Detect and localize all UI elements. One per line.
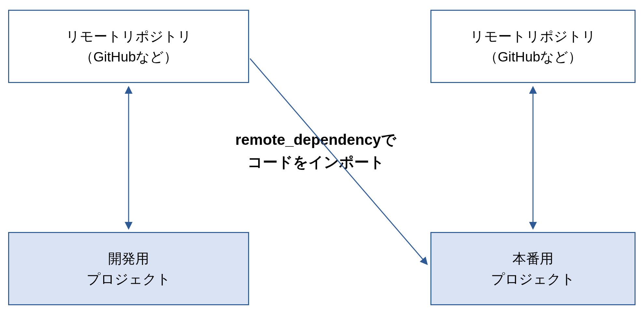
box-text-line1: リモートリポジトリ <box>66 26 191 47</box>
box-text-line1: リモートリポジトリ <box>470 26 596 47</box>
diagram-container: リモートリポジトリ （GitHubなど） リモートリポジトリ （GitHubなど… <box>0 0 644 328</box>
box-text-line2: プロジェクト <box>491 269 575 289</box>
box-remote-repo-left: リモートリポジトリ （GitHubなど） <box>8 10 249 83</box>
center-label-line2: コードをインポート <box>182 151 449 173</box>
box-dev-project: 開発用 プロジェクト <box>8 232 249 305</box>
box-text-line2: （GitHubなど） <box>80 47 178 67</box>
box-remote-repo-right: リモートリポジトリ （GitHubなど） <box>430 10 636 83</box>
box-text-line2: （GitHubなど） <box>484 47 582 67</box>
box-text-line1: 開発用 <box>108 248 149 269</box>
box-text-line2: プロジェクト <box>87 269 171 289</box>
center-annotation: remote_dependencyで コードをインポート <box>182 129 449 173</box>
box-text-line1: 本番用 <box>512 248 553 269</box>
box-prod-project: 本番用 プロジェクト <box>430 232 636 305</box>
center-label-line1: remote_dependencyで <box>182 129 449 151</box>
